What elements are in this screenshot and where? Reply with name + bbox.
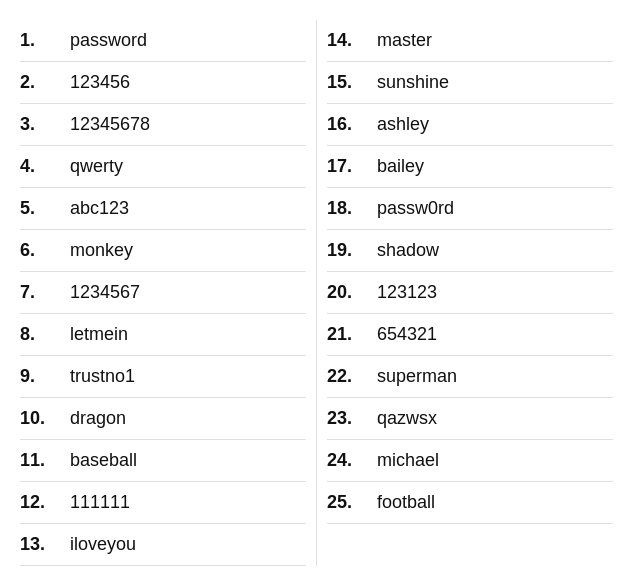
list-item: 8.letmein — [20, 314, 306, 356]
item-number: 9. — [20, 366, 70, 387]
item-value: iloveyou — [70, 534, 136, 555]
list-item: 16.ashley — [327, 104, 613, 146]
password-list: 1.password2.1234563.123456784.qwerty5.ab… — [0, 10, 633, 570]
item-number: 18. — [327, 198, 377, 219]
item-value: abc123 — [70, 198, 129, 219]
item-value: qwerty — [70, 156, 123, 177]
item-number: 13. — [20, 534, 70, 555]
item-number: 12. — [20, 492, 70, 513]
list-item: 5.abc123 — [20, 188, 306, 230]
list-item: 20.123123 — [327, 272, 613, 314]
item-value: dragon — [70, 408, 126, 429]
item-number: 2. — [20, 72, 70, 93]
list-item: 15.sunshine — [327, 62, 613, 104]
list-item: 21.654321 — [327, 314, 613, 356]
item-value: letmein — [70, 324, 128, 345]
item-value: 123456 — [70, 72, 130, 93]
item-number: 24. — [327, 450, 377, 471]
item-value: superman — [377, 366, 457, 387]
list-item: 19.shadow — [327, 230, 613, 272]
column-divider — [316, 20, 317, 566]
item-number: 14. — [327, 30, 377, 51]
item-value: 12345678 — [70, 114, 150, 135]
list-item: 6.monkey — [20, 230, 306, 272]
item-value: 1234567 — [70, 282, 140, 303]
item-value: trustno1 — [70, 366, 135, 387]
item-value: master — [377, 30, 432, 51]
item-number: 1. — [20, 30, 70, 51]
left-column: 1.password2.1234563.123456784.qwerty5.ab… — [20, 20, 306, 566]
item-value: password — [70, 30, 147, 51]
item-number: 11. — [20, 450, 70, 471]
item-value: bailey — [377, 156, 424, 177]
right-column: 14.master15.sunshine16.ashley17.bailey18… — [327, 20, 613, 566]
list-item: 1.password — [20, 20, 306, 62]
item-number: 6. — [20, 240, 70, 261]
list-item: 17.bailey — [327, 146, 613, 188]
item-number: 5. — [20, 198, 70, 219]
item-number: 3. — [20, 114, 70, 135]
item-number: 4. — [20, 156, 70, 177]
list-item: 18.passw0rd — [327, 188, 613, 230]
item-number: 10. — [20, 408, 70, 429]
list-item: 23.qazwsx — [327, 398, 613, 440]
item-value: 654321 — [377, 324, 437, 345]
item-number: 7. — [20, 282, 70, 303]
item-number: 19. — [327, 240, 377, 261]
list-item: 24.michael — [327, 440, 613, 482]
item-number: 20. — [327, 282, 377, 303]
list-item: 14.master — [327, 20, 613, 62]
item-value: michael — [377, 450, 439, 471]
item-value: 111111 — [70, 492, 130, 513]
list-item: 9.trustno1 — [20, 356, 306, 398]
item-value: baseball — [70, 450, 137, 471]
item-number: 15. — [327, 72, 377, 93]
item-value: 123123 — [377, 282, 437, 303]
item-number: 17. — [327, 156, 377, 177]
item-value: monkey — [70, 240, 133, 261]
item-number: 22. — [327, 366, 377, 387]
list-item: 7.1234567 — [20, 272, 306, 314]
item-value: football — [377, 492, 435, 513]
list-item: 12.111111 — [20, 482, 306, 524]
list-item: 11.baseball — [20, 440, 306, 482]
list-item: 4.qwerty — [20, 146, 306, 188]
item-number: 16. — [327, 114, 377, 135]
list-item: 3.12345678 — [20, 104, 306, 146]
list-item: 13.iloveyou — [20, 524, 306, 566]
item-value: qazwsx — [377, 408, 437, 429]
list-item: 22.superman — [327, 356, 613, 398]
list-item: 10.dragon — [20, 398, 306, 440]
list-item: 25.football — [327, 482, 613, 524]
item-number: 8. — [20, 324, 70, 345]
item-value: sunshine — [377, 72, 449, 93]
item-value: shadow — [377, 240, 439, 261]
item-number: 21. — [327, 324, 377, 345]
item-number: 25. — [327, 492, 377, 513]
item-value: ashley — [377, 114, 429, 135]
item-value: passw0rd — [377, 198, 454, 219]
list-item: 2.123456 — [20, 62, 306, 104]
item-number: 23. — [327, 408, 377, 429]
